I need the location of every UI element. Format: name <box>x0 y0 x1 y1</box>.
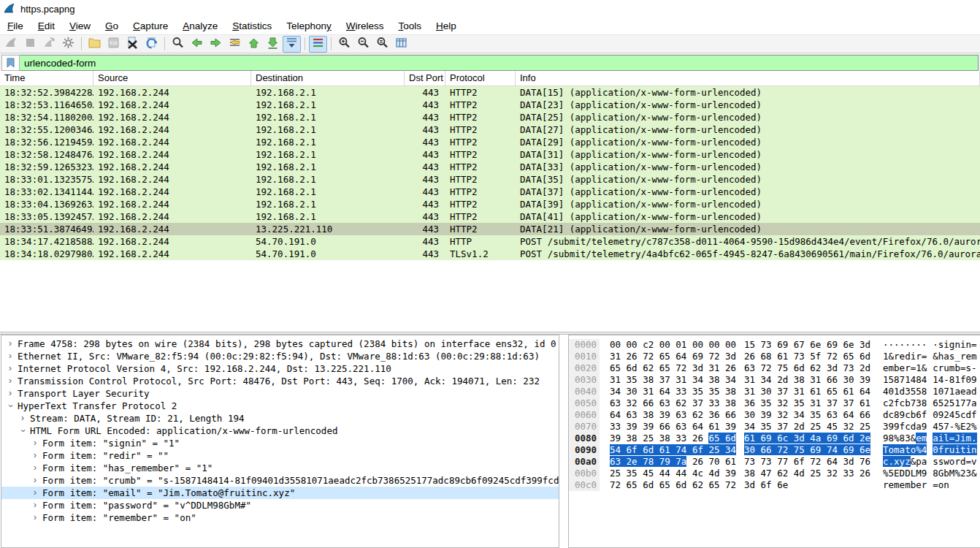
hex-row[interactable]: 005063 32 66 63 62 37 33 3836 35 32 35 3… <box>569 397 980 409</box>
expanded-arrow-icon[interactable]: › <box>17 427 29 435</box>
zoom-out-button[interactable] <box>354 36 372 53</box>
colorize-button[interactable] <box>309 36 327 53</box>
collapsed-arrow-icon[interactable]: › <box>31 449 39 462</box>
hex-row[interactable]: 001031 26 72 65 64 69 72 3d26 68 61 73 5… <box>569 351 980 362</box>
detail-tree-item[interactable]: ›HyperText Transfer Protocol 2 <box>1 400 559 412</box>
menu-go[interactable]: Go <box>98 18 126 34</box>
menu-edit[interactable]: Edit <box>31 18 62 34</box>
menu-view[interactable]: View <box>62 18 98 34</box>
packet-row[interactable]: 18:34:18.0297980…192.168.2.24454.70.191.… <box>0 248 980 260</box>
packet-row[interactable]: 18:33:01.1323575…192.168.2.244192.168.2.… <box>0 173 980 186</box>
packet-row[interactable]: 18:32:59.1265323…192.168.2.244192.168.2.… <box>0 161 980 173</box>
go-back-button[interactable] <box>188 36 206 53</box>
hex-row[interactable]: 00b025 35 45 44 44 4c 4d 3938 47 62 4d 2… <box>569 468 980 479</box>
vertical-splitter[interactable] <box>559 335 568 548</box>
auto-scroll-button[interactable] <box>283 36 301 53</box>
menu-wireless[interactable]: Wireless <box>339 18 391 34</box>
hex-row[interactable]: 002065 6d 62 65 72 3d 31 2663 72 75 6d 6… <box>569 362 980 374</box>
packet-row[interactable]: 18:34:17.4218588…192.168.2.24454.70.191.… <box>0 235 980 248</box>
menu-help[interactable]: Help <box>429 18 464 34</box>
hex-row[interactable]: 00c072 65 6d 65 6d 62 65 723d 6f 6eremem… <box>569 479 980 491</box>
collapsed-arrow-icon[interactable]: › <box>31 487 39 499</box>
collapsed-arrow-icon[interactable]: › <box>6 338 15 350</box>
menu-tools[interactable]: Tools <box>391 18 429 34</box>
find-packet-button[interactable] <box>169 36 187 53</box>
column-header-destination[interactable]: Destination <box>251 71 405 85</box>
cell-dst-port: 443 <box>405 235 445 248</box>
collapsed-arrow-icon[interactable]: › <box>18 412 27 425</box>
hex-row[interactable]: 007033 39 39 66 63 64 61 3934 35 37 2d 2… <box>569 421 980 433</box>
expanded-arrow-icon[interactable]: › <box>4 402 17 411</box>
detail-tree-item[interactable]: ›Form item: "redir" = "" <box>1 449 559 462</box>
display-filter-input[interactable] <box>20 55 979 71</box>
packet-row[interactable]: 18:32:52.3984228…192.168.2.244192.168.2.… <box>0 86 980 99</box>
detail-tree-item[interactable]: ›Form item: "remember" = "on" <box>1 511 559 524</box>
collapsed-arrow-icon[interactable]: › <box>31 437 39 449</box>
detail-tree-item[interactable]: ›Stream: DATA, Stream ID: 21, Length 194 <box>1 412 559 425</box>
reload-file-button[interactable] <box>142 36 161 53</box>
collapsed-arrow-icon[interactable]: › <box>31 511 39 524</box>
collapsed-arrow-icon[interactable]: › <box>31 499 39 511</box>
detail-tree-item[interactable]: ›Form item: "email" = "Jim.Tomato@fruiti… <box>1 487 559 499</box>
zoom-in-button[interactable] <box>335 36 353 53</box>
packet-row[interactable]: 18:33:04.1369263…192.168.2.244192.168.2.… <box>0 198 980 210</box>
packet-row[interactable]: 18:32:56.1219459…192.168.2.244192.168.2.… <box>0 136 980 148</box>
packet-row[interactable]: 18:33:51.3874649…192.168.2.24413.225.221… <box>0 223 980 235</box>
close-file-icon <box>126 36 139 53</box>
menu-capture[interactable]: Capture <box>126 18 175 34</box>
menu-telephony[interactable]: Telephony <box>279 18 339 34</box>
detail-tree-item[interactable]: ›HTML Form URL Encoded: application/x-ww… <box>1 425 559 437</box>
cell-source: 192.168.2.244 <box>93 186 251 198</box>
packet-row[interactable]: 18:32:54.1180200…192.168.2.244192.168.2.… <box>0 111 980 123</box>
cell-dst-port: 443 <box>405 148 445 161</box>
collapsed-arrow-icon[interactable]: › <box>31 474 39 487</box>
menu-statistics[interactable]: Statistics <box>225 18 279 34</box>
menu-analyze[interactable]: Analyze <box>175 18 225 34</box>
hex-row[interactable]: 004034 30 31 64 33 35 35 3831 30 37 31 6… <box>569 386 980 397</box>
hex-row[interactable]: 008039 38 25 38 33 26 65 6d61 69 6c 3d 4… <box>569 433 980 444</box>
packet-row[interactable]: 18:33:05.1392457…192.168.2.244192.168.2.… <box>0 210 980 223</box>
menu-file[interactable]: File <box>0 18 31 34</box>
column-header-protocol[interactable]: Protocol <box>445 71 516 85</box>
detail-tree-item[interactable]: ›Form item: "crumb" = "s-1587148414-81f0… <box>1 474 559 487</box>
detail-tree-item[interactable]: ›Ethernet II, Src: VMware_82:f5:94 (00:0… <box>1 350 559 362</box>
hex-row[interactable]: 006064 63 38 39 63 62 36 6630 39 32 34 3… <box>569 409 980 421</box>
find-packet-icon <box>171 36 185 53</box>
detail-tree-item[interactable]: ›Form item: "has_remember" = "1" <box>1 462 559 474</box>
close-file-button[interactable] <box>123 36 142 53</box>
zoom-reset-button[interactable] <box>373 36 391 53</box>
detail-tree-item[interactable]: ›Form item: "password" = "v^DDLM98GbM#" <box>1 499 559 511</box>
packet-row[interactable]: 18:32:55.1200346…192.168.2.244192.168.2.… <box>0 123 980 136</box>
open-file-button[interactable] <box>85 36 104 53</box>
go-first-button[interactable] <box>245 36 263 53</box>
column-header-dst-port[interactable]: Dst Port <box>405 71 445 85</box>
go-to-packet-button[interactable] <box>226 36 244 53</box>
detail-tree-item[interactable]: ›Frame 4758: 298 bytes on wire (2384 bit… <box>1 338 559 350</box>
packet-row[interactable]: 18:33:02.1341144…192.168.2.244192.168.2.… <box>0 186 980 198</box>
packet-row[interactable]: 18:32:58.1248476…192.168.2.244192.168.2.… <box>0 148 980 161</box>
cell-dst-port: 443 <box>405 173 445 186</box>
collapsed-arrow-icon[interactable]: › <box>6 375 15 387</box>
column-header-time[interactable]: Time <box>0 71 93 85</box>
hex-ascii: 401d35581071aead <box>883 386 977 397</box>
collapsed-arrow-icon[interactable]: › <box>31 462 39 474</box>
go-last-button[interactable] <box>264 36 282 53</box>
detail-tree-item[interactable]: ›Transmission Control Protocol, Src Port… <box>1 375 559 387</box>
detail-tree-item[interactable]: ›Transport Layer Security <box>1 387 559 400</box>
go-forward-button[interactable] <box>207 36 225 53</box>
detail-tree-item[interactable]: ›Form item: "signin" = "1" <box>1 437 559 449</box>
packet-row[interactable]: 18:32:53.1164650…192.168.2.244192.168.2.… <box>0 99 980 111</box>
collapsed-arrow-icon[interactable]: › <box>6 387 15 400</box>
resize-columns-button[interactable] <box>392 36 410 53</box>
column-header-info[interactable]: Info <box>516 71 980 85</box>
column-header-source[interactable]: Source <box>93 71 251 85</box>
hex-row[interactable]: 009054 6f 6d 61 74 6f 25 3430 66 72 75 6… <box>569 444 980 456</box>
detail-item-label: Form item: "signin" = "1" <box>42 437 180 449</box>
filter-bookmark-button[interactable] <box>1 55 20 71</box>
hex-row[interactable]: 00a063 2e 78 79 7a 26 70 6173 73 77 6f 7… <box>569 456 980 468</box>
collapsed-arrow-icon[interactable]: › <box>6 350 15 362</box>
detail-tree-item[interactable]: ›Internet Protocol Version 4, Src: 192.1… <box>1 362 559 375</box>
hex-row[interactable]: 000000 00 c2 00 01 00 00 0015 73 69 67 6… <box>569 339 980 351</box>
collapsed-arrow-icon[interactable]: › <box>6 362 15 375</box>
hex-row[interactable]: 003031 35 38 37 31 34 38 3431 34 2d 38 3… <box>569 374 980 386</box>
